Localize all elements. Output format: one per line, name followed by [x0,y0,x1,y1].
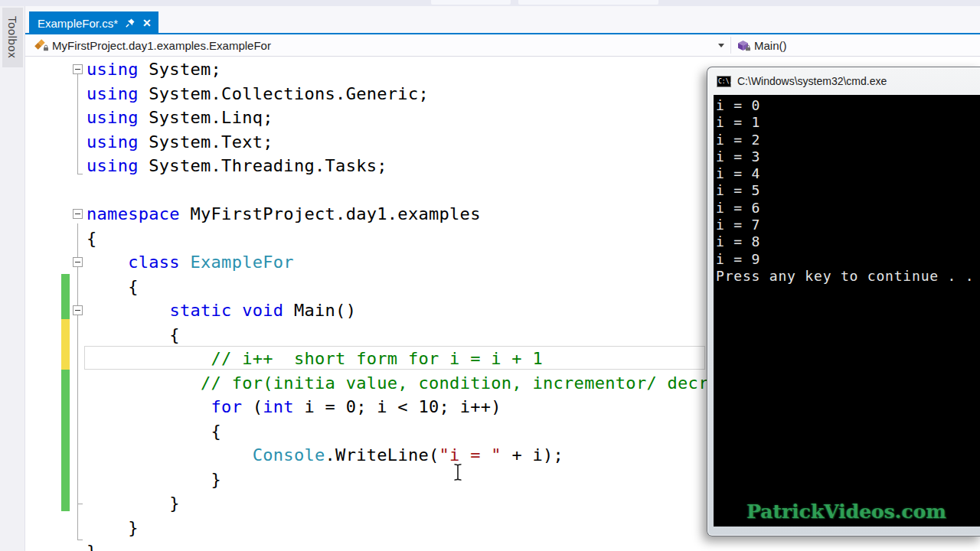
navigation-bar: MyFirstProject.day1.examples.ExampleFor … [25,34,980,57]
member-label: Main() [754,39,787,52]
console-line: i = 3 [716,148,980,165]
lock-icon [745,41,751,54]
console-line: i = 9 [716,251,980,268]
scope-dropdown[interactable]: MyFirstProject.day1.examples.ExampleFor [34,34,271,56]
console-line: i = 8 [716,233,980,250]
close-icon[interactable]: ✕ [142,18,152,28]
tab-title: ExampleFor.cs* [38,17,118,30]
pin-icon[interactable] [125,18,136,28]
console-line: i = 4 [716,165,980,182]
console-line: i = 1 [716,114,980,131]
left-tool-strip: Toolbox [0,6,25,551]
console-line: i = 7 [716,217,980,233]
console-line: i = 2 [716,132,980,148]
document-tab[interactable]: ExampleFor.cs* ✕ [29,11,158,34]
scope-label: MyFirstProject.day1.examples.ExampleFor [52,39,271,52]
console-screen[interactable]: i = 0i = 1i = 2i = 3i = 4i = 5i = 6i = 7… [714,95,980,527]
lock-icon [43,41,49,54]
code-line[interactable]: } [25,540,980,551]
toolbox-tab[interactable]: Toolbox [2,8,23,67]
console-line: i = 0 [716,97,980,114]
window-edge-highlight [431,0,511,5]
method-icon [737,39,750,52]
console-line: i = 5 [716,182,980,199]
cmd-icon: C:\. [717,76,731,87]
cmd-window[interactable]: C:\. C:\Windows\system32\cmd.exe i = 0i … [707,67,980,536]
text-cursor-pointer [452,463,463,484]
watermark: PatrickVideos.com [714,500,979,523]
window-edge-highlight [518,0,658,5]
console-line: i = 6 [716,200,980,217]
cmd-titlebar[interactable]: C:\. C:\Windows\system32\cmd.exe [707,67,980,95]
document-tab-strip: ExampleFor.cs* ✕ [25,6,980,34]
nav-separator [730,37,731,54]
chevron-down-icon[interactable] [718,44,724,47]
screen: Toolbox ExampleFor.cs* ✕ [0,0,980,551]
class-icon [34,39,47,52]
console-line: Press any key to continue . . . [716,268,980,285]
member-dropdown[interactable]: Main() [737,34,787,56]
console-output: i = 0i = 1i = 2i = 3i = 4i = 5i = 6i = 7… [714,95,980,285]
cmd-title: C:\Windows\system32\cmd.exe [737,75,887,87]
vs-toolbar-edge [0,0,980,6]
